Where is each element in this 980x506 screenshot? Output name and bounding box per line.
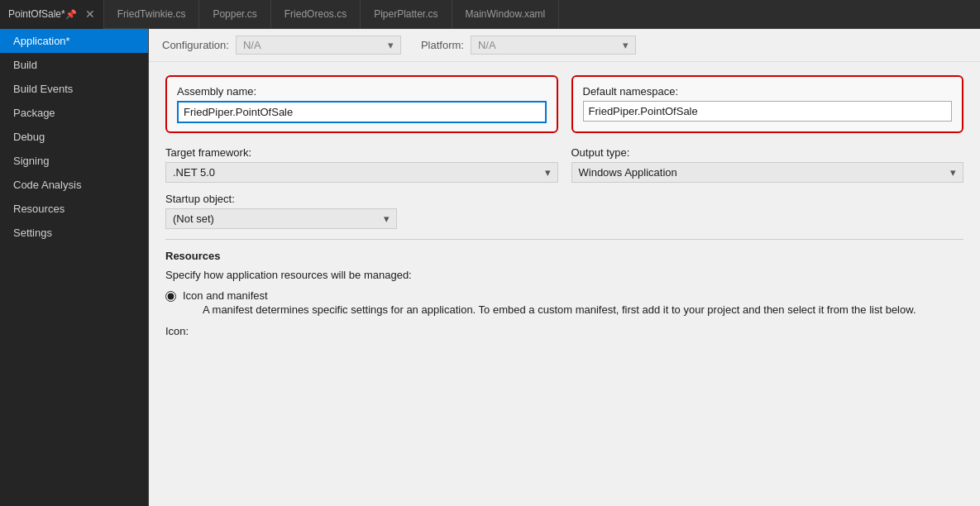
- target-framework-arrow: ▾: [532, 166, 551, 179]
- file-tab-mainwindow[interactable]: MainWindow.xaml: [452, 0, 560, 29]
- content-area: Configuration: N/A ▾ Platform: N/A ▾ Ass…: [149, 29, 980, 506]
- default-namespace-label: Default namespace:: [583, 85, 953, 98]
- output-type-arrow: ▾: [937, 166, 956, 179]
- resources-title: Resources: [165, 250, 963, 262]
- startup-object-dropdown[interactable]: (Not set) ▾: [165, 208, 397, 229]
- sidebar-item-code-analysis[interactable]: Code Analysis: [0, 173, 148, 197]
- file-tab-piperplatter[interactable]: PiperPlatter.cs: [361, 0, 452, 29]
- output-type-label: Output type:: [571, 146, 964, 159]
- config-bar: Configuration: N/A ▾ Platform: N/A ▾: [149, 29, 980, 62]
- resources-description: Specify how application resources will b…: [165, 269, 963, 281]
- file-tab-friedoreos[interactable]: FriedOreos.cs: [271, 0, 361, 29]
- sidebar-item-settings[interactable]: Settings: [0, 221, 148, 245]
- project-tab-name: PointOfSale*: [8, 8, 65, 20]
- sidebar-item-package[interactable]: Package: [0, 101, 148, 125]
- icon-manifest-radio[interactable]: [165, 291, 176, 302]
- sidebar-item-signing[interactable]: Signing: [0, 149, 148, 173]
- target-framework-label: Target framework:: [165, 146, 558, 159]
- default-namespace-input[interactable]: [583, 101, 953, 122]
- sidebar: Application* Build Build Events Package …: [0, 29, 149, 506]
- file-tab-friedtwinkie[interactable]: FriedTwinkie.cs: [104, 0, 200, 29]
- platform-label: Platform:: [421, 39, 464, 51]
- startup-object-label: Startup object:: [165, 193, 397, 205]
- assembly-name-input[interactable]: [177, 101, 547, 123]
- output-type-dropdown[interactable]: Windows Application ▾: [571, 162, 964, 183]
- icon-manifest-label[interactable]: Icon and manifest: [183, 289, 268, 302]
- configuration-label: Configuration:: [162, 39, 229, 51]
- close-icon[interactable]: ✕: [85, 7, 95, 21]
- config-dropdown-arrow: ▾: [388, 39, 394, 51]
- pin-icon: 📌: [65, 9, 77, 20]
- sidebar-item-debug[interactable]: Debug: [0, 125, 148, 149]
- assembly-name-label: Assembly name:: [177, 85, 547, 98]
- startup-object-arrow: ▾: [370, 212, 390, 225]
- platform-dropdown[interactable]: N/A ▾: [471, 36, 636, 55]
- icon-label: Icon:: [165, 325, 963, 337]
- file-tab-popper[interactable]: Popper.cs: [199, 0, 270, 29]
- resources-section: Resources Specify how application resour…: [165, 239, 963, 337]
- configuration-dropdown[interactable]: N/A ▾: [236, 36, 401, 55]
- sidebar-item-resources[interactable]: Resources: [0, 197, 148, 221]
- project-tab[interactable]: PointOfSale* 📌 ✕: [0, 0, 104, 29]
- sidebar-item-application[interactable]: Application*: [0, 29, 148, 53]
- icon-manifest-description: A manifest determines specific settings …: [203, 302, 916, 318]
- sidebar-item-build-events[interactable]: Build Events: [0, 77, 148, 101]
- sidebar-item-build[interactable]: Build: [0, 53, 148, 77]
- target-framework-dropdown[interactable]: .NET 5.0 ▾: [165, 162, 558, 183]
- platform-dropdown-arrow: ▾: [623, 39, 629, 51]
